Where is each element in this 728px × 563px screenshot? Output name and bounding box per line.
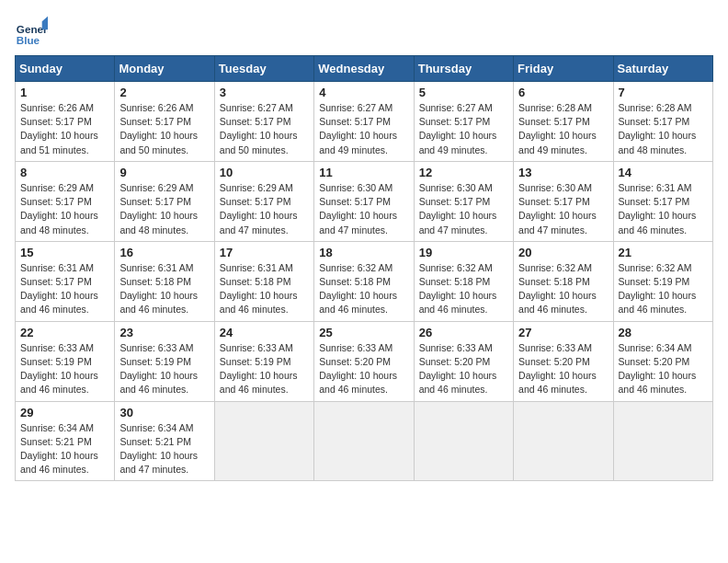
calendar-cell: 27 Sunrise: 6:33 AM Sunset: 5:20 PM Dayl… <box>514 321 613 401</box>
day-info: Sunrise: 6:31 AM Sunset: 5:17 PM Dayligh… <box>20 261 109 317</box>
day-number: 5 <box>419 86 508 99</box>
day-info: Sunrise: 6:31 AM Sunset: 5:18 PM Dayligh… <box>220 261 309 317</box>
day-info: Sunrise: 6:27 AM Sunset: 5:17 PM Dayligh… <box>419 101 508 157</box>
day-number: 17 <box>220 246 309 259</box>
weekday-header-cell: Sunday <box>16 56 115 82</box>
calendar-cell <box>414 401 513 481</box>
calendar-cell: 25 Sunrise: 6:33 AM Sunset: 5:20 PM Dayl… <box>314 321 414 401</box>
calendar-cell: 28 Sunrise: 6:34 AM Sunset: 5:20 PM Dayl… <box>613 321 712 401</box>
calendar-cell: 18 Sunrise: 6:32 AM Sunset: 5:18 PM Dayl… <box>314 241 414 321</box>
calendar-week-row: 15 Sunrise: 6:31 AM Sunset: 5:17 PM Dayl… <box>16 241 713 321</box>
day-info: Sunrise: 6:30 AM Sunset: 5:17 PM Dayligh… <box>319 181 408 237</box>
day-number: 21 <box>619 246 708 259</box>
day-info: Sunrise: 6:29 AM Sunset: 5:17 PM Dayligh… <box>119 181 209 237</box>
logo: General Blue <box>15 15 53 48</box>
calendar-cell: 23 Sunrise: 6:33 AM Sunset: 5:19 PM Dayl… <box>115 321 214 401</box>
logo-icon: General Blue <box>15 15 48 48</box>
day-info: Sunrise: 6:28 AM Sunset: 5:17 PM Dayligh… <box>518 101 608 157</box>
calendar-cell: 26 Sunrise: 6:33 AM Sunset: 5:20 PM Dayl… <box>414 321 513 401</box>
day-number: 24 <box>220 326 309 339</box>
day-info: Sunrise: 6:31 AM Sunset: 5:18 PM Dayligh… <box>119 261 209 317</box>
svg-marker-2 <box>42 17 48 29</box>
day-info: Sunrise: 6:26 AM Sunset: 5:17 PM Dayligh… <box>20 101 109 157</box>
calendar-cell <box>314 401 414 481</box>
day-number: 3 <box>220 86 309 99</box>
day-number: 16 <box>119 246 209 259</box>
day-info: Sunrise: 6:33 AM Sunset: 5:20 PM Dayligh… <box>518 341 608 397</box>
day-info: Sunrise: 6:32 AM Sunset: 5:19 PM Dayligh… <box>619 261 708 317</box>
calendar-cell: 4 Sunrise: 6:27 AM Sunset: 5:17 PM Dayli… <box>314 82 414 162</box>
day-info: Sunrise: 6:26 AM Sunset: 5:17 PM Dayligh… <box>119 101 209 157</box>
day-info: Sunrise: 6:29 AM Sunset: 5:17 PM Dayligh… <box>220 181 309 237</box>
weekday-header-row: SundayMondayTuesdayWednesdayThursdayFrid… <box>16 56 713 82</box>
calendar-cell: 2 Sunrise: 6:26 AM Sunset: 5:17 PM Dayli… <box>115 82 214 162</box>
day-info: Sunrise: 6:33 AM Sunset: 5:20 PM Dayligh… <box>419 341 508 397</box>
weekday-header-cell: Wednesday <box>314 56 414 82</box>
calendar-cell: 3 Sunrise: 6:27 AM Sunset: 5:17 PM Dayli… <box>214 82 313 162</box>
day-number: 19 <box>419 246 508 259</box>
day-number: 10 <box>220 166 309 179</box>
day-number: 15 <box>20 246 109 259</box>
day-number: 28 <box>619 326 708 339</box>
calendar-cell: 12 Sunrise: 6:30 AM Sunset: 5:17 PM Dayl… <box>414 161 513 241</box>
day-info: Sunrise: 6:33 AM Sunset: 5:19 PM Dayligh… <box>20 341 109 397</box>
day-number: 23 <box>119 326 209 339</box>
day-number: 12 <box>419 166 508 179</box>
calendar-cell: 30 Sunrise: 6:34 AM Sunset: 5:21 PM Dayl… <box>115 401 214 481</box>
day-number: 8 <box>20 166 109 179</box>
day-info: Sunrise: 6:33 AM Sunset: 5:19 PM Dayligh… <box>220 341 309 397</box>
calendar-cell: 16 Sunrise: 6:31 AM Sunset: 5:18 PM Dayl… <box>115 241 214 321</box>
day-number: 25 <box>319 326 408 339</box>
calendar-cell: 17 Sunrise: 6:31 AM Sunset: 5:18 PM Dayl… <box>214 241 313 321</box>
calendar-cell: 14 Sunrise: 6:31 AM Sunset: 5:17 PM Dayl… <box>613 161 712 241</box>
calendar-week-row: 22 Sunrise: 6:33 AM Sunset: 5:19 PM Dayl… <box>16 321 713 401</box>
weekday-header-cell: Tuesday <box>214 56 313 82</box>
calendar-cell: 10 Sunrise: 6:29 AM Sunset: 5:17 PM Dayl… <box>214 161 313 241</box>
day-number: 27 <box>518 326 608 339</box>
day-number: 6 <box>518 86 608 99</box>
day-number: 1 <box>20 86 109 99</box>
day-info: Sunrise: 6:28 AM Sunset: 5:17 PM Dayligh… <box>619 101 708 157</box>
calendar-cell: 9 Sunrise: 6:29 AM Sunset: 5:17 PM Dayli… <box>115 161 214 241</box>
calendar-cell <box>514 401 613 481</box>
day-number: 7 <box>619 86 708 99</box>
day-number: 29 <box>20 406 109 419</box>
day-info: Sunrise: 6:34 AM Sunset: 5:21 PM Dayligh… <box>119 421 209 477</box>
calendar-cell: 1 Sunrise: 6:26 AM Sunset: 5:17 PM Dayli… <box>16 82 115 162</box>
day-info: Sunrise: 6:29 AM Sunset: 5:17 PM Dayligh… <box>20 181 109 237</box>
day-info: Sunrise: 6:30 AM Sunset: 5:17 PM Dayligh… <box>518 181 608 237</box>
day-number: 22 <box>20 326 109 339</box>
calendar-cell: 13 Sunrise: 6:30 AM Sunset: 5:17 PM Dayl… <box>514 161 613 241</box>
calendar-cell: 22 Sunrise: 6:33 AM Sunset: 5:19 PM Dayl… <box>16 321 115 401</box>
calendar-cell: 8 Sunrise: 6:29 AM Sunset: 5:17 PM Dayli… <box>16 161 115 241</box>
day-info: Sunrise: 6:33 AM Sunset: 5:20 PM Dayligh… <box>319 341 408 397</box>
day-info: Sunrise: 6:34 AM Sunset: 5:20 PM Dayligh… <box>619 341 708 397</box>
calendar-cell: 29 Sunrise: 6:34 AM Sunset: 5:21 PM Dayl… <box>16 401 115 481</box>
calendar-cell: 24 Sunrise: 6:33 AM Sunset: 5:19 PM Dayl… <box>214 321 313 401</box>
weekday-header-cell: Thursday <box>414 56 513 82</box>
weekday-header-cell: Saturday <box>613 56 712 82</box>
calendar-cell: 19 Sunrise: 6:32 AM Sunset: 5:18 PM Dayl… <box>414 241 513 321</box>
day-info: Sunrise: 6:32 AM Sunset: 5:18 PM Dayligh… <box>518 261 608 317</box>
day-number: 4 <box>319 86 408 99</box>
day-number: 9 <box>119 166 209 179</box>
day-number: 14 <box>619 166 708 179</box>
day-number: 20 <box>518 246 608 259</box>
calendar-week-row: 8 Sunrise: 6:29 AM Sunset: 5:17 PM Dayli… <box>16 161 713 241</box>
calendar-cell: 5 Sunrise: 6:27 AM Sunset: 5:17 PM Dayli… <box>414 82 513 162</box>
day-number: 18 <box>319 246 408 259</box>
svg-text:Blue: Blue <box>17 34 40 46</box>
page-header: General Blue <box>15 15 713 48</box>
day-info: Sunrise: 6:32 AM Sunset: 5:18 PM Dayligh… <box>319 261 408 317</box>
day-info: Sunrise: 6:27 AM Sunset: 5:17 PM Dayligh… <box>220 101 309 157</box>
day-info: Sunrise: 6:33 AM Sunset: 5:19 PM Dayligh… <box>119 341 209 397</box>
calendar-cell <box>613 401 712 481</box>
calendar-table: SundayMondayTuesdayWednesdayThursdayFrid… <box>15 55 713 481</box>
day-number: 2 <box>119 86 209 99</box>
day-info: Sunrise: 6:34 AM Sunset: 5:21 PM Dayligh… <box>20 421 109 477</box>
day-number: 11 <box>319 166 408 179</box>
day-info: Sunrise: 6:27 AM Sunset: 5:17 PM Dayligh… <box>319 101 408 157</box>
calendar-cell: 7 Sunrise: 6:28 AM Sunset: 5:17 PM Dayli… <box>613 82 712 162</box>
calendar-week-row: 1 Sunrise: 6:26 AM Sunset: 5:17 PM Dayli… <box>16 82 713 162</box>
calendar-body: 1 Sunrise: 6:26 AM Sunset: 5:17 PM Dayli… <box>16 82 713 481</box>
